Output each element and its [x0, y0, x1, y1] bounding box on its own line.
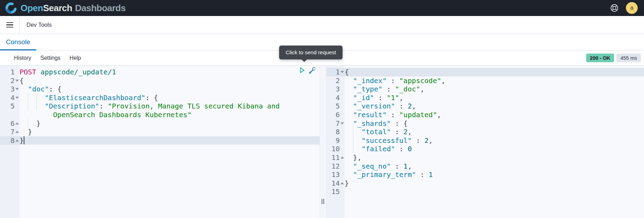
code-token: [345, 76, 353, 85]
fold-up-icon[interactable]: [15, 139, 19, 142]
fold-slot: [15, 102, 20, 111]
code-token: ,: [420, 85, 424, 93]
code-token: [345, 111, 353, 119]
code-line[interactable]: 5 "Description": "Provision, Manage TLS …: [0, 102, 320, 111]
menu-item-help[interactable]: Help: [70, 55, 81, 61]
code-token: : {: [391, 119, 407, 128]
line-number: 4: [327, 94, 345, 102]
code-text: }: [345, 179, 644, 188]
line-number-text: 13: [331, 170, 340, 179]
code-line[interactable]: 13 "_primary_term" : 1: [327, 170, 644, 179]
code-line[interactable]: 1{: [327, 68, 644, 76]
send-request-button[interactable]: [298, 66, 306, 74]
line-number: 14: [327, 179, 345, 188]
code-line[interactable]: 7 }: [0, 128, 320, 136]
fold-down-icon[interactable]: [15, 88, 19, 90]
code-line[interactable]: 9 "successful" : 2,: [327, 136, 644, 145]
menu-item-settings[interactable]: Settings: [40, 55, 61, 61]
code-text: "Description": "Provision, Manage TLS se…: [20, 102, 320, 111]
code-line[interactable]: 6 }: [0, 119, 320, 128]
code-line[interactable]: 1POST appscode/_update/1: [0, 68, 320, 76]
code-text: "ElasticsearchDashboard": {: [20, 94, 320, 102]
code-line[interactable]: 14}: [327, 179, 644, 188]
code-token: [345, 102, 353, 110]
fold-down-icon[interactable]: [15, 97, 19, 99]
code-line[interactable]: 8}: [0, 136, 320, 145]
line-number: 1: [0, 68, 20, 76]
indent-guide: [28, 94, 28, 102]
line-number-text: 3: [10, 85, 15, 94]
fold-up-icon[interactable]: [340, 156, 344, 159]
request-editor[interactable]: 1POST appscode/_update/12{3 "doc": {4 "E…: [0, 66, 320, 218]
fold-down-icon[interactable]: [15, 80, 19, 82]
code-line[interactable]: 3 "doc": {: [0, 85, 320, 94]
code-text: "_id" : "1",: [345, 94, 644, 102]
fold-slot: [15, 119, 20, 128]
fold-slot: [340, 187, 345, 196]
text-cursor: [24, 136, 24, 144]
code-token: :: [395, 102, 408, 110]
code-line[interactable]: 8 "total" : 2,: [327, 128, 644, 136]
code-line[interactable]: 4 "_id" : "1",: [327, 94, 644, 102]
code-token: :: [99, 102, 108, 110]
code-text: }: [20, 119, 320, 128]
line-number: 2: [0, 76, 20, 85]
fold-down-icon[interactable]: [340, 71, 344, 73]
response-time-badge: 455 ms: [616, 54, 641, 62]
code-token: "_type": [353, 85, 382, 93]
code-line[interactable]: 12 "_seq_no" : 1,: [327, 162, 644, 171]
code-text: {: [20, 76, 320, 85]
fold-slot: [340, 76, 345, 85]
fold-slot: [340, 128, 345, 136]
tab-console[interactable]: Console: [0, 34, 36, 50]
navigation-menu-button[interactable]: [0, 16, 19, 34]
fold-up-icon[interactable]: [15, 131, 19, 133]
code-line[interactable]: 2{: [0, 76, 320, 85]
code-line[interactable]: 5 "_version" : 2,: [327, 102, 644, 111]
line-number-text: 6: [336, 111, 340, 119]
code-text: "_type" : "_doc",: [345, 85, 644, 94]
code-text: "_primary_term" : 1: [345, 170, 644, 179]
code-token: "successful": [361, 136, 412, 145]
code-text: [345, 187, 644, 196]
code-token: "_id": [353, 94, 374, 102]
menu-item-history[interactable]: History: [14, 55, 31, 61]
code-line[interactable]: 10 "failed" : 0: [327, 145, 644, 153]
hamburger-icon: [6, 22, 13, 28]
code-token: 2: [424, 136, 429, 145]
code-line[interactable]: 4 "ElasticsearchDashboard": {: [0, 94, 320, 102]
line-number-text: 1: [336, 68, 340, 76]
wrench-icon: [309, 67, 316, 74]
response-editor[interactable]: 1{2 "_index" : "appscode",3 "_type" : "_…: [326, 66, 644, 218]
help-menu-button[interactable]: [610, 3, 619, 13]
fold-slot: [340, 145, 345, 153]
code-line[interactable]: 3 "_type" : "_doc",: [327, 85, 644, 94]
opensearch-logo-icon: [5, 2, 17, 14]
fold-down-icon[interactable]: [340, 122, 344, 124]
panel-resize-handle[interactable]: [320, 66, 326, 218]
code-line[interactable]: 15: [327, 187, 644, 196]
code-token: }: [28, 128, 32, 136]
indent-guide: [28, 102, 28, 111]
code-line[interactable]: 6 "result" : "updated",: [327, 111, 644, 119]
code-line[interactable]: OpenSearch Dashboards Kubernetes": [0, 111, 320, 119]
code-line[interactable]: 11 },: [327, 153, 644, 162]
line-number-text: 4: [10, 94, 15, 102]
code-token: : {: [145, 94, 158, 102]
code-token: 0: [408, 145, 412, 153]
code-token: [20, 85, 28, 93]
user-avatar[interactable]: a: [626, 2, 638, 14]
request-options-button[interactable]: [308, 66, 316, 74]
opensearch-logo[interactable]: OpenSearchDashboards: [5, 2, 125, 14]
code-token: ,: [429, 136, 433, 145]
code-line[interactable]: 2 "_index" : "appscode",: [327, 76, 644, 85]
fold-up-icon[interactable]: [15, 122, 19, 124]
code-token: 1: [404, 162, 408, 170]
code-line[interactable]: 7 "_shards" : {: [327, 119, 644, 128]
play-icon: [299, 67, 306, 74]
code-token: POST: [20, 68, 36, 76]
fold-up-icon[interactable]: [340, 182, 344, 184]
line-number-text: 7: [336, 119, 340, 128]
code-token: appscode/_update/1: [40, 68, 116, 76]
code-text: "_seq_no" : 1,: [345, 162, 644, 171]
